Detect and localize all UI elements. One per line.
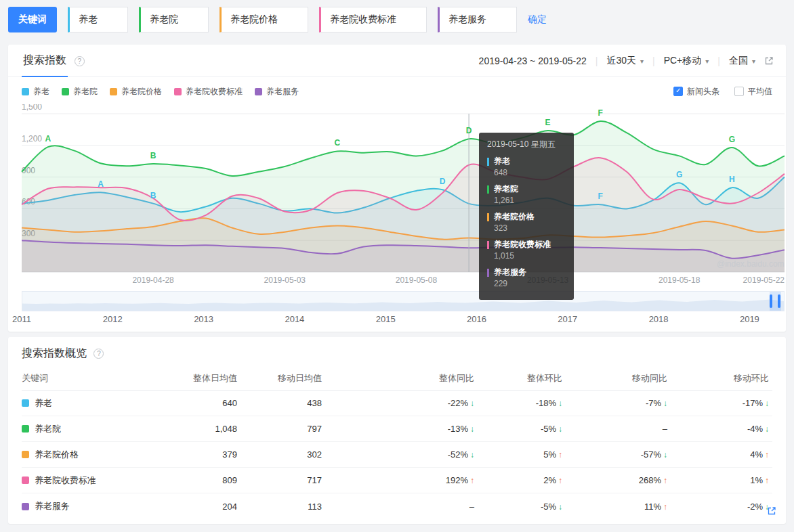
keyword-chip-label: 养老 (79, 14, 98, 26)
timeline-handle-right[interactable] (778, 294, 780, 308)
keyword-name: 养老服务 (35, 500, 70, 512)
metric-cell: 192%↑ (322, 475, 474, 485)
table-row: 养老院收费标准809717192%↑2%↑268%↑1%↑ (22, 468, 772, 493)
timeline-year-label: 2018 (649, 314, 669, 324)
keyword-chip-label: 养老服务 (448, 14, 486, 26)
timeline-year-label: 2017 (558, 314, 577, 324)
metric-cell: 4%↑ (667, 449, 769, 460)
tooltip-series-value: 229 (494, 278, 566, 290)
separator: | (717, 56, 720, 66)
overall-avg-cell: 204 (169, 502, 237, 512)
svg-text:2019-05-03: 2019-05-03 (264, 275, 306, 285)
tooltip-series-value: 1,015 (494, 250, 566, 262)
arrow-down-icon: ↓ (765, 424, 769, 434)
legend-label: 养老院 (73, 86, 98, 97)
open-in-new-icon[interactable] (767, 506, 776, 516)
trend-header: 搜索指数 ? 2019-04-23 ~ 2019-05-22 | 近30天 ▾ … (8, 45, 786, 77)
keyword-swatch (22, 425, 29, 433)
keyword-chip[interactable]: 养老院 (139, 7, 209, 32)
legend-swatch (174, 88, 182, 95)
trend-chart[interactable]: 3006009001,2001,500AABBCDDEFFGGH2019-04-… (8, 104, 786, 286)
keyword-swatch (22, 451, 29, 458)
metric-cell: -13%↓ (322, 424, 474, 434)
chevron-down-icon: ▾ (705, 58, 709, 65)
tab-search-index[interactable]: 搜索指数 (22, 45, 68, 77)
table-body: 养老640438-22%↓-18%↓-7%↓-17%↓养老院1,048797-1… (22, 391, 772, 519)
tooltip-item: 养老服务229 (487, 267, 566, 290)
svg-text:G: G (729, 135, 735, 144)
metric-cell: 5%↑ (474, 449, 562, 460)
news-headline-checkbox[interactable]: 新闻头条 (673, 86, 719, 97)
help-icon[interactable]: ? (93, 349, 104, 359)
metric-cell: – (562, 424, 667, 434)
metric-cell: -22%↓ (322, 398, 474, 408)
metric-cell: -4%↓ (667, 424, 769, 434)
mobile-avg-cell: 302 (237, 449, 322, 460)
svg-text:F: F (598, 108, 603, 118)
legend-label: 养老院收费标准 (186, 86, 243, 97)
date-range[interactable]: 2019-04-23 ~ 2019-05-22 (479, 56, 587, 66)
keyword-chip[interactable]: 养老院价格 (220, 7, 308, 32)
tooltip-item: 养老648 (487, 156, 566, 179)
tooltip-series-name: 养老院收费标准 (494, 239, 551, 250)
chart-tooltip: 2019-05-10 星期五 养老648养老院1,261养老院价格323养老院收… (479, 133, 574, 300)
timeline-spark-svg (22, 292, 784, 311)
svg-text:@index.baidu.com: @index.baidu.com (717, 259, 785, 269)
time-range-select[interactable]: 近30天 ▾ (606, 55, 644, 67)
tooltip-series-bar (487, 269, 489, 277)
legend-swatch (62, 88, 69, 95)
metric-cell: -2%↓ (667, 502, 769, 512)
keyword-chip-label: 养老院价格 (230, 14, 278, 26)
tooltip-series-bar (487, 158, 489, 166)
timeline-handle-left[interactable] (770, 294, 772, 308)
legend-item[interactable]: 养老服务 (255, 86, 299, 97)
keyword-cell: 养老院收费标准 (22, 474, 169, 487)
timeline-year-label: 2015 (376, 314, 396, 324)
keyword-chips: 养老养老院养老院价格养老院收费标准养老服务 (68, 7, 517, 32)
confirm-link[interactable]: 确定 (528, 14, 547, 26)
timeline-year-label: 2013 (194, 314, 213, 324)
device-select[interactable]: PC+移动 ▾ (664, 55, 709, 67)
tooltip-series-value: 648 (494, 167, 566, 179)
keyword-chip[interactable]: 养老院收费标准 (319, 7, 427, 32)
keyword-chip[interactable]: 养老 (68, 7, 128, 32)
svg-text:A: A (45, 134, 51, 143)
keyword-cell: 养老服务 (22, 500, 169, 512)
overview-title: 搜索指数概览 (22, 347, 87, 359)
checkbox-group: 新闻头条 平均值 (673, 86, 772, 97)
legend-item[interactable]: 养老院价格 (110, 86, 162, 97)
keyword-chip[interactable]: 养老服务 (438, 7, 517, 32)
metric-cell: – (322, 502, 474, 512)
column-header: 移动日均值 (237, 372, 322, 384)
time-range-value: 近30天 (606, 55, 636, 67)
table-row: 养老服务204113–-5%↓11%↑-2%↓ (22, 493, 772, 519)
svg-text:2019-04-28: 2019-04-28 (132, 275, 174, 285)
mobile-avg-cell: 717 (237, 475, 322, 485)
legend-row: 养老养老院养老院价格养老院收费标准养老服务 新闻头条 平均值 (8, 80, 786, 103)
region-select[interactable]: 全国 ▾ (729, 55, 755, 67)
table-row: 养老院1,048797-13%↓-5%↓–-4%↓ (22, 416, 772, 442)
mobile-avg-cell: 113 (237, 502, 322, 512)
help-icon[interactable]: ? (75, 56, 85, 66)
keyword-swatch (22, 503, 29, 510)
legend-swatch (110, 88, 117, 95)
legend-item[interactable]: 养老院收费标准 (174, 86, 243, 97)
column-header: 移动同比 (562, 372, 667, 384)
svg-text:H: H (729, 175, 735, 184)
timeline-years: 201120122013201420152016201720182019 (22, 314, 785, 326)
keyword-name: 养老院 (35, 423, 61, 435)
legend-item[interactable]: 养老院 (62, 86, 98, 97)
timeline-slider[interactable] (22, 291, 785, 311)
keyword-button[interactable]: 关键词 (8, 7, 57, 32)
metric-cell: -7%↓ (562, 398, 667, 408)
legend-item[interactable]: 养老 (22, 86, 49, 97)
tooltip-item: 养老院价格323 (487, 211, 566, 234)
average-checkbox[interactable]: 平均值 (734, 86, 772, 97)
overall-avg-cell: 640 (169, 398, 237, 408)
tooltip-item: 养老院收费标准1,015 (487, 239, 566, 262)
timeline-year-label: 2019 (740, 314, 759, 324)
mobile-avg-cell: 797 (237, 424, 322, 434)
open-in-new-icon[interactable] (764, 56, 774, 66)
chevron-down-icon: ▾ (752, 58, 755, 65)
overview-table: 关键词整体日均值移动日均值整体同比整体环比移动同比移动环比 养老640438-2… (22, 366, 772, 519)
